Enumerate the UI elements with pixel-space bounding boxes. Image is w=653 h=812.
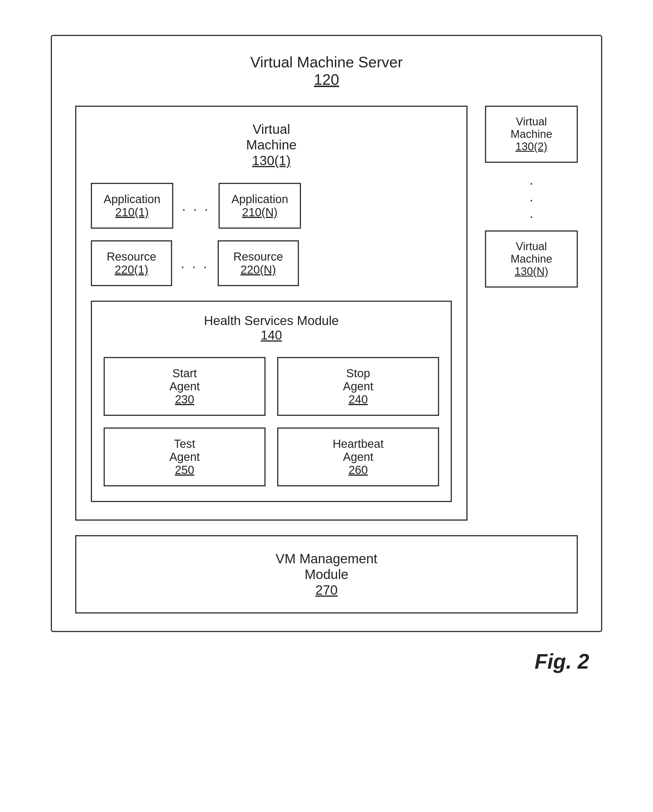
health-services-title-text: Health Services Module — [204, 313, 339, 328]
heartbeat-agent-id: 260 — [349, 464, 368, 476]
resource-id-n: 220(N) — [241, 263, 276, 276]
main-content: VirtualMachine130(1) Application210(1) .… — [75, 105, 578, 520]
page: Virtual Machine Server 120 VirtualMachin… — [0, 0, 653, 812]
agents-grid: StartAgent230 StopAgent240 TestAgent250 … — [104, 357, 439, 486]
outer-title-text: Virtual Machine Server — [250, 54, 403, 70]
start-agent-id: 230 — [175, 393, 194, 406]
outer-title-id: 120 — [314, 71, 339, 88]
stop-agent-box: StopAgent240 — [277, 357, 439, 416]
start-agent-box: StartAgent230 — [104, 357, 265, 416]
heartbeat-agent-box: HeartbeatAgent260 — [277, 427, 439, 486]
vm-main-id: 130(1) — [252, 153, 291, 168]
vm-main-box: VirtualMachine130(1) Application210(1) .… — [75, 105, 468, 520]
app-id-1: 210(1) — [115, 206, 149, 218]
vm-id-n: 130(N) — [514, 265, 548, 278]
applications-row: Application210(1) . . . Application210(N… — [91, 183, 452, 229]
stop-agent-id: 240 — [349, 393, 368, 406]
dots-resources: . . . — [181, 255, 209, 271]
vm-id-2: 130(2) — [516, 140, 547, 153]
vm-box-n: VirtualMachine130(N) — [485, 230, 578, 288]
health-services-title: Health Services Module 140 — [104, 313, 439, 342]
resource-box-n: Resource220(N) — [218, 240, 299, 286]
diagram-outer-box: Virtual Machine Server 120 VirtualMachin… — [51, 35, 602, 632]
app-box-1: Application210(1) — [91, 183, 173, 229]
test-agent-id: 250 — [175, 464, 194, 476]
vm-box-2: VirtualMachine130(2) — [485, 105, 578, 163]
dots-apps: . . . — [182, 198, 210, 214]
health-services-box: Health Services Module 140 StartAgent230… — [91, 301, 452, 502]
vm-management-box: VM ManagementModule 270 — [75, 535, 578, 614]
test-agent-box: TestAgent250 — [104, 427, 265, 486]
fig-label: Fig. 2 — [535, 649, 589, 673]
vm-right-column: VirtualMachine130(2) ... VirtualMachine1… — [485, 105, 578, 288]
vm-management-title: VM ManagementModule 270 — [94, 551, 559, 598]
resources-row: Resource220(1) . . . Resource220(N) — [91, 240, 452, 286]
vm-main-title: VirtualMachine130(1) — [91, 121, 452, 168]
app-box-n: Application210(N) — [218, 183, 301, 229]
health-services-id: 140 — [261, 328, 282, 342]
app-id-n: 210(N) — [242, 206, 278, 218]
vm-management-id: 270 — [316, 582, 338, 598]
vertical-dots: ... — [529, 171, 533, 222]
resource-id-1: 220(1) — [114, 263, 148, 276]
resource-box-1: Resource220(1) — [91, 240, 172, 286]
outer-title: Virtual Machine Server 120 — [75, 53, 578, 88]
